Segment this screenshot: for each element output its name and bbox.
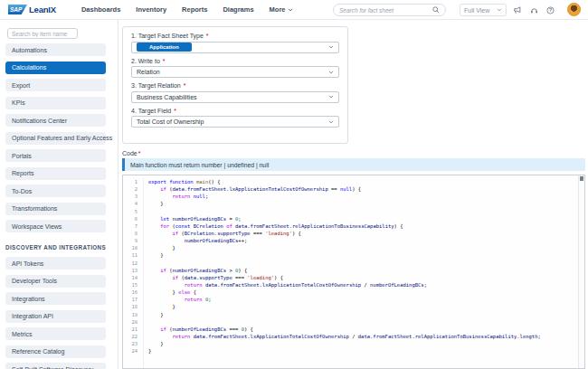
code-line: } — [148, 311, 584, 318]
selected-value: Total Cost of Ownership — [137, 118, 204, 125]
sap-logo: SAP — [8, 5, 27, 14]
line-number: 9 — [123, 237, 138, 244]
code-line: if (data.supportType === 'leading') { — [148, 274, 584, 281]
nav-item-reports[interactable]: Reports — [182, 5, 207, 14]
line-number: 16 — [123, 289, 138, 296]
sidebar-item-reference-catalog[interactable]: Reference Catalog — [5, 345, 106, 358]
line-number: 3 — [123, 193, 138, 200]
code-editor[interactable]: 123456789101112131415161718192021222324 … — [122, 175, 585, 369]
required-asterisk: * — [138, 150, 141, 156]
sidebar-item-integrations[interactable]: Integrations — [5, 292, 106, 305]
top-nav: DashboardsInventoryReportsDiagramsMore — [81, 5, 293, 14]
code-line: } else { — [148, 289, 584, 296]
field-label: 4. Target Field * — [131, 108, 339, 114]
code-line: if (data.fromFactSheet.lxApplicationTota… — [148, 185, 584, 193]
sidebar-item-portals[interactable]: Portals — [5, 149, 106, 162]
line-number: 11 — [123, 251, 138, 259]
form-field-2-write-to: 2. Write to *Relation — [131, 58, 339, 79]
sidebar-item-self-built-software-discovery[interactable]: Self-Built Software Discovery — [5, 363, 106, 369]
code-line: } — [148, 251, 584, 259]
code-field-label: Code* — [122, 150, 140, 156]
line-number: 17 — [123, 296, 138, 303]
target-field-select[interactable]: Total Cost of Ownership — [131, 116, 339, 128]
code-line — [148, 260, 584, 267]
target-form-card: 1. Target Fact Sheet Type *Application2.… — [122, 26, 348, 144]
code-hint-banner: Main function must return number | undef… — [122, 158, 585, 171]
selected-value: Application — [137, 43, 192, 52]
code-line: if (BCrelation.supportType === 'leading'… — [148, 230, 584, 237]
code-line — [148, 208, 584, 215]
required-asterisk: * — [163, 58, 166, 64]
code-line: } — [148, 200, 584, 207]
headset-icon[interactable] — [530, 6, 538, 14]
code-hint-text: Main function must return number | undef… — [130, 162, 269, 168]
sidebar-item-metrics[interactable]: Metrics — [5, 327, 106, 340]
sidebar-item-developer-tools[interactable]: Developer Tools — [5, 275, 106, 288]
sidebar-item-api-tokens[interactable]: API Tokens — [5, 257, 106, 270]
sidebar-item-integration-api[interactable]: Integration API — [5, 310, 106, 323]
leanix-logo-text: LeanIX — [29, 5, 56, 14]
line-number: 7 — [123, 222, 138, 230]
app-logo[interactable]: SAP LeanIX — [8, 5, 56, 14]
code-line: if (numberOfLeadingBCs > 0) { — [148, 267, 584, 274]
form-field-1-target-fact-sheet-type: 1. Target Fact Sheet Type *Application — [131, 33, 339, 53]
line-number: 4 — [123, 200, 138, 207]
code-line: return data.fromFactSheet.lxApplicationT… — [148, 281, 584, 289]
form-field-4-target-field: 4. Target Field *Total Cost of Ownership — [131, 108, 339, 128]
code-content[interactable]: export function main() { if (data.fromFa… — [144, 178, 584, 368]
nav-item-more[interactable]: More — [270, 5, 293, 14]
line-number: 22 — [123, 333, 138, 340]
sidebar-section-title: DISCOVERY AND INTEGRATIONS — [5, 244, 118, 251]
view-selector[interactable]: Full View — [460, 4, 507, 16]
line-number: 21 — [123, 326, 138, 333]
code-line: return null; — [148, 193, 584, 200]
sidebar-integration-list: API TokensDeveloper ToolsIntegrationsInt… — [5, 257, 118, 369]
sidebar-item-notifications-center[interactable]: Notifications Center — [5, 114, 106, 127]
code-line: export function main() { — [148, 178, 584, 185]
code-line: } — [148, 347, 584, 355]
line-number: 15 — [123, 281, 138, 289]
sidebar-item-optional-features-and-early-access[interactable]: Optional Features and Early Access — [5, 132, 106, 145]
field-label: 3. Target Relation * — [131, 82, 339, 89]
line-number: 10 — [123, 244, 138, 251]
sidebar-item-export[interactable]: Export — [5, 79, 106, 91]
help-icon[interactable]: ? — [546, 6, 555, 14]
target-relation-select[interactable]: Business Capabilities — [131, 91, 339, 103]
required-asterisk: * — [206, 33, 209, 39]
line-number: 23 — [123, 340, 138, 347]
fact-sheet-search-input[interactable] — [339, 7, 432, 14]
line-number: 12 — [123, 260, 138, 267]
sidebar-item-list: AutomationsCalculationsExportKPIsNotific… — [5, 43, 118, 232]
field-label: 2. Write to * — [131, 58, 339, 64]
sidebar-item-reports[interactable]: Reports — [5, 167, 106, 180]
write-to-select[interactable]: Relation — [131, 66, 339, 78]
sidebar-item-workspace-views[interactable]: Workspace Views — [5, 220, 106, 232]
calculation-config-panel: 1. Target Fact Sheet Type *Application2.… — [120, 20, 588, 369]
line-number: 5 — [123, 208, 138, 215]
code-line: } — [148, 303, 584, 310]
sidebar-item-kpis[interactable]: KPIs — [5, 97, 106, 109]
code-line: let numberOfLeadingBCs = 0; — [148, 215, 584, 222]
line-number: 20 — [123, 318, 138, 326]
sidebar-item-to-dos[interactable]: To-Dos — [5, 184, 106, 197]
megaphone-icon[interactable] — [513, 6, 522, 14]
sidebar-search-input[interactable] — [7, 28, 78, 39]
nav-item-dashboards[interactable]: Dashboards — [81, 5, 120, 14]
required-asterisk: * — [184, 82, 186, 89]
top-bar: SAP LeanIX DashboardsInventoryReportsDia… — [0, 0, 588, 20]
sidebar-item-calculations[interactable]: Calculations — [5, 62, 106, 74]
nav-item-inventory[interactable]: Inventory — [136, 5, 166, 14]
line-number: 13 — [123, 267, 138, 274]
target-fact-sheet-type-select[interactable]: Application — [131, 42, 339, 53]
sidebar-item-transformations[interactable]: Transformations — [5, 203, 106, 215]
editor-scrollbar[interactable] — [578, 175, 584, 368]
line-number: 2 — [123, 185, 138, 193]
nav-item-diagrams[interactable]: Diagrams — [223, 5, 253, 14]
fact-sheet-search[interactable] — [333, 4, 446, 16]
editor-scrollbar-thumb[interactable] — [580, 176, 583, 181]
code-line: return 0; — [148, 296, 584, 303]
sidebar-item-automations[interactable]: Automations — [5, 43, 106, 56]
user-avatar[interactable] — [567, 3, 581, 16]
sap-logo-text: SAP — [10, 6, 22, 13]
settings-sidebar: AutomationsCalculationsExportKPIsNotific… — [0, 20, 119, 369]
